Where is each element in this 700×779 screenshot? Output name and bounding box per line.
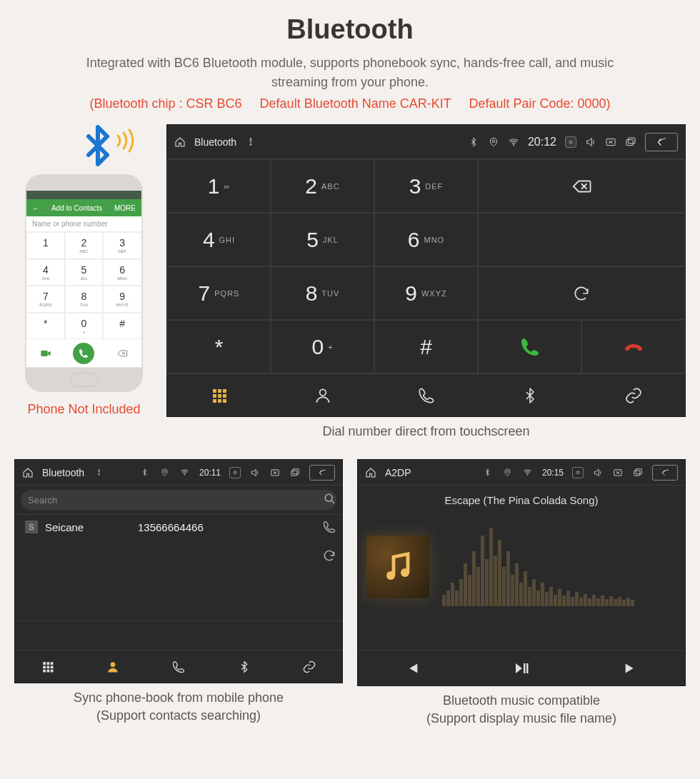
music-visualizer [442, 528, 676, 606]
call-button[interactable] [478, 320, 581, 373]
phone-key-8[interactable]: 8TUV [65, 286, 104, 313]
app-name: Bluetooth [42, 467, 84, 478]
dial-key-2[interactable]: 2ABC [271, 159, 374, 213]
status-time: 20:12 [528, 136, 556, 149]
phone-delete-icon[interactable] [116, 348, 128, 359]
contact-initial: S [25, 521, 38, 533]
bluetooth-logo [14, 124, 154, 174]
close-icon[interactable] [605, 136, 616, 148]
tab-contacts[interactable] [271, 374, 374, 416]
multitask-icon[interactable] [289, 467, 301, 478]
music-caption: Bluetooth music compatible (Support disp… [357, 692, 686, 728]
dial-key-4[interactable]: 4GHI [167, 213, 271, 266]
phone-key-7[interactable]: 7PQRS [26, 286, 65, 313]
backspace-button[interactable] [478, 159, 685, 213]
phone-key-#[interactable]: # [103, 313, 141, 340]
volume-icon[interactable] [592, 467, 604, 478]
multitask-icon[interactable] [632, 467, 644, 478]
gps-icon [488, 136, 499, 148]
phone-key-6[interactable]: 6MNO [103, 259, 141, 286]
wifi-icon [508, 136, 519, 148]
app-name: A2DP [385, 467, 411, 478]
close-icon[interactable] [612, 467, 624, 478]
dial-key-1[interactable]: 1∞ [167, 159, 271, 213]
dial-key-3[interactable]: 3DEF [374, 159, 478, 213]
phone-back-icon[interactable]: ← [32, 204, 39, 212]
hangup-button[interactable] [581, 320, 685, 373]
phone-key-2[interactable]: 2ABC [65, 232, 104, 259]
phone-app-bar: ← Add to Contacts MORE [26, 199, 141, 216]
side-search-icon[interactable] [322, 491, 336, 506]
dial-key-0[interactable]: 0+ [271, 320, 374, 373]
screenshot-icon[interactable] [565, 136, 576, 148]
wifi-icon [179, 467, 191, 478]
phone-key-5[interactable]: 5JKL [65, 259, 104, 286]
home-icon[interactable] [22, 467, 34, 478]
home-icon[interactable] [365, 467, 376, 478]
dial-key-6[interactable]: 6MNO [374, 213, 478, 266]
bluetooth-icon [482, 467, 494, 478]
phone-key-0[interactable]: 0+ [65, 313, 104, 340]
phone-key-9[interactable]: 9WXYZ [103, 286, 141, 313]
back-button[interactable] [652, 465, 678, 481]
phone-video-icon[interactable] [40, 348, 51, 359]
usb-icon [245, 136, 256, 148]
dial-key-#[interactable]: # [374, 320, 478, 373]
dial-key-5[interactable]: 5JKL [271, 213, 374, 266]
next-track-button[interactable] [576, 650, 685, 685]
tab-bluetooth[interactable] [478, 374, 581, 416]
bluetooth-specs-note: (Bluetooth chip : CSR BC6 Default Blueto… [14, 96, 686, 111]
page-title: Bluetooth [14, 14, 686, 45]
screenshot-icon[interactable] [572, 467, 584, 478]
tab-bluetooth[interactable] [211, 650, 277, 683]
phone-key-4[interactable]: 4GHI [26, 259, 65, 286]
phone-key-3[interactable]: 3DEF [103, 232, 141, 259]
tab-pair[interactable] [581, 374, 685, 416]
phone-mockup: ← Add to Contacts MORE Name or phone num… [25, 174, 143, 392]
app-name: Bluetooth [194, 136, 236, 148]
tab-recents[interactable] [374, 374, 478, 416]
dial-key-7[interactable]: 7PQRS [167, 266, 271, 320]
tab-dialpad[interactable] [167, 374, 271, 416]
head-unit-contacts: Bluetooth 20:11 [14, 459, 343, 683]
contact-row[interactable]: S Seicane 13566664466 [15, 515, 342, 539]
contacts-caption: Sync phone-book from mobile phone (Suppo… [14, 689, 343, 725]
home-icon[interactable] [174, 136, 186, 148]
tab-pair[interactable] [276, 650, 342, 683]
phone-caption: Phone Not Included [14, 401, 154, 418]
play-pause-button[interactable] [467, 650, 576, 685]
back-button[interactable] [309, 465, 335, 481]
bluetooth-icon [139, 467, 151, 478]
tab-contacts[interactable] [81, 650, 146, 683]
volume-icon[interactable] [585, 136, 596, 148]
back-button[interactable] [645, 133, 678, 151]
close-icon[interactable] [269, 467, 281, 478]
bluetooth-icon [468, 136, 479, 148]
phone-call-button[interactable] [73, 343, 94, 364]
side-refresh-icon[interactable] [322, 548, 336, 563]
status-time: 20:15 [542, 468, 564, 478]
dial-key-9[interactable]: 9WXYZ [374, 266, 478, 320]
dial-key-*[interactable]: * [167, 320, 271, 373]
track-title: Escape (The Pina Colada Song) [366, 494, 676, 506]
search-input[interactable]: Search [21, 490, 336, 510]
dialer-caption: Dial number direct from touchscreen [166, 423, 686, 441]
multitask-icon[interactable] [625, 136, 636, 148]
gps-icon [502, 467, 514, 478]
prev-track-button[interactable] [358, 650, 467, 685]
phone-key-*[interactable]: * [26, 313, 65, 340]
phone-key-1[interactable]: 1 [26, 232, 65, 259]
redial-button[interactable] [478, 266, 685, 320]
empty-cell [478, 213, 685, 266]
screenshot-icon[interactable] [229, 467, 241, 478]
usb-icon [93, 467, 104, 478]
status-time: 20:11 [199, 468, 221, 478]
tab-recents[interactable] [146, 650, 211, 683]
tab-dialpad[interactable] [15, 650, 81, 683]
dial-key-8[interactable]: 8TUV [271, 266, 374, 320]
side-call-icon[interactable] [322, 520, 336, 534]
contact-name: Seicane [45, 521, 131, 533]
volume-icon[interactable] [249, 467, 261, 478]
head-unit-music: A2DP 20:15 Escape (The [357, 459, 686, 686]
phone-input[interactable]: Name or phone number [26, 216, 141, 232]
